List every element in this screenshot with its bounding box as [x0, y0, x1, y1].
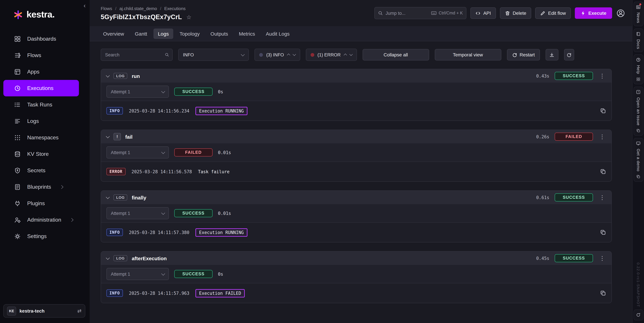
sidebar-item-label: Executions	[27, 85, 54, 91]
tab-audit-logs[interactable]: Audit Logs	[262, 28, 294, 39]
restart-icon	[512, 52, 517, 57]
news-panel-button[interactable]: News	[634, 2, 643, 26]
task-card-header[interactable]: ! fail 0.26s FAILED ⋮	[101, 130, 612, 143]
attempt-select[interactable]: Attempt 1	[106, 268, 169, 280]
log-level-badge: INFO	[106, 290, 123, 297]
attempt-select[interactable]: Attempt 1	[106, 86, 169, 98]
tab-topology[interactable]: Topology	[175, 28, 204, 39]
breadcrumb-executions[interactable]: Executions	[164, 6, 186, 11]
attempt-duration: 0s	[218, 89, 223, 94]
attempt-state-badge: SUCCESS	[174, 209, 212, 217]
copy-icon[interactable]	[600, 290, 606, 296]
sidebar-item-secrets[interactable]: Secrets	[0, 162, 90, 178]
sidebar-item-label: Secrets	[27, 168, 46, 174]
error-count-filter[interactable]: (1) ERROR	[306, 49, 357, 61]
tab-logs[interactable]: Logs	[154, 28, 173, 39]
task-card-run: LOG run 0.43s SUCCESS ⋮ Attempt 1 SUCCES…	[101, 69, 612, 121]
api-button[interactable]: API	[470, 8, 496, 19]
help-panel-button[interactable]: Help	[634, 54, 643, 84]
attempt-row: Attempt 1 SUCCESS 0s	[101, 265, 612, 284]
tab-gantt[interactable]: Gantt	[130, 28, 152, 39]
temporal-view-label: Temporal view	[453, 52, 483, 58]
task-card-header[interactable]: LOG finally 0.61s SUCCESS ⋮	[101, 191, 612, 204]
log-row: INFO 2025-03-28 14:11:57.963 Execution F…	[101, 284, 612, 303]
kestra-logo[interactable]: kestra.	[0, 0, 90, 26]
sidebar-item-label: Logs	[27, 118, 39, 124]
keyboard-shortcut: Ctrl/Cmd + K	[431, 11, 463, 16]
docs-panel-button[interactable]: Docs	[634, 28, 643, 52]
kv-store-icon	[14, 150, 21, 157]
sidebar-item-settings[interactable]: Settings	[0, 228, 90, 244]
execute-button[interactable]: Execute	[575, 8, 612, 19]
task-card-fail: ! fail 0.26s FAILED ⋮ Attempt 1 FAILED 0…	[101, 130, 612, 182]
log-search-box	[101, 49, 172, 61]
sidebar-item-label: Settings	[27, 233, 47, 239]
attempt-row: Attempt 1 SUCCESS 0.01s	[101, 204, 612, 222]
info-dot-icon	[259, 53, 263, 56]
copy-icon[interactable]	[600, 229, 606, 235]
sidebar-item-logs[interactable]: Logs	[0, 113, 90, 129]
edit-flow-button-label: Edit flow	[548, 10, 566, 16]
sidebar-item-task-runs[interactable]: Task Runs	[0, 96, 90, 113]
sidebar-item-plugins[interactable]: Plugins	[0, 195, 90, 212]
log-row: INFO 2025-03-28 14:11:57.380 Execution R…	[101, 222, 612, 242]
attempt-select[interactable]: Attempt 1	[106, 146, 169, 158]
breadcrumb-flows[interactable]: Flows	[101, 6, 112, 11]
sidebar-item-flows[interactable]: Flows	[0, 47, 90, 64]
sidebar-collapse-icon[interactable]: ‹	[84, 3, 86, 9]
filter-bar: INFO (3) INFO (1) ERROR Collapse all	[101, 49, 612, 61]
version-label: 0.22.0-rc1-SNAPSHOT	[636, 263, 640, 307]
kebab-menu-icon[interactable]: ⋮	[598, 194, 606, 200]
sidebar-item-administration[interactable]: Administration	[0, 212, 90, 228]
sidebar-item-label: KV Store	[27, 151, 49, 157]
logs-content: INFO (3) INFO (1) ERROR Collapse all	[90, 41, 632, 303]
open-issue-button[interactable]: Open an issue	[634, 87, 643, 136]
tenant-switcher[interactable]: KE kestra-tech ⇄	[3, 304, 85, 318]
docs-label: Docs	[636, 39, 641, 49]
download-logs-button[interactable]	[546, 49, 558, 60]
refresh-logs-button[interactable]	[564, 49, 574, 60]
chevron-down-icon	[161, 211, 165, 215]
news-icon	[636, 5, 641, 10]
kestra-app: ‹ kestra. Dashboards Flows A	[0, 0, 644, 323]
temporal-view-button[interactable]: Temporal view	[435, 49, 501, 60]
edit-flow-button[interactable]: Edit flow	[536, 8, 571, 19]
sidebar-item-dashboards[interactable]: Dashboards	[0, 30, 90, 47]
sidebar-item-apps[interactable]: Apps	[0, 64, 90, 80]
right-rail: News Docs Help Open an issue Get a demo …	[632, 0, 644, 323]
user-avatar[interactable]	[616, 8, 625, 18]
info-count-filter[interactable]: (3) INFO	[254, 49, 300, 61]
kebab-menu-icon[interactable]: ⋮	[598, 73, 606, 79]
copy-icon[interactable]	[600, 108, 606, 114]
collapse-all-button[interactable]: Collapse all	[362, 49, 429, 60]
sidebar-item-blueprints[interactable]: Blueprints	[0, 178, 90, 195]
sidebar-item-label: Apps	[27, 69, 40, 75]
log-level-select[interactable]: INFO	[178, 49, 249, 61]
restart-button[interactable]: Restart	[507, 49, 540, 60]
sidebar-item-executions[interactable]: Executions	[3, 80, 79, 96]
task-card-header[interactable]: LOG run 0.43s SUCCESS ⋮	[101, 69, 612, 82]
sync-status-button[interactable]	[634, 310, 643, 320]
sidebar-item-namespaces[interactable]: Namespaces	[0, 129, 90, 146]
tab-overview[interactable]: Overview	[99, 28, 128, 39]
favorite-star-icon[interactable]: ☆	[186, 14, 192, 20]
docs-icon	[636, 32, 641, 36]
tab-outputs[interactable]: Outputs	[206, 28, 232, 39]
open-issue-label: Open an issue	[636, 97, 641, 126]
jump-to-search[interactable]: Jump to... Ctrl/Cmd + K	[374, 7, 466, 19]
attempt-select[interactable]: Attempt 1	[106, 207, 169, 219]
kebab-menu-icon[interactable]: ⋮	[598, 255, 606, 261]
administration-icon	[14, 216, 21, 223]
search-input[interactable]	[104, 52, 162, 58]
kebab-menu-icon[interactable]: ⋮	[598, 134, 606, 140]
tab-metrics[interactable]: Metrics	[234, 28, 260, 39]
get-demo-button[interactable]: Get a demo	[634, 138, 643, 182]
breadcrumb-namespace[interactable]: aj.child.state_demo	[119, 6, 157, 11]
chevron-down-icon	[241, 52, 245, 56]
copy-icon[interactable]	[600, 168, 606, 174]
delete-button[interactable]: Delete	[500, 8, 531, 19]
sidebar-item-kv-store[interactable]: KV Store	[0, 146, 90, 162]
log-timestamp: 2025-03-28 14:11:56.234	[129, 108, 189, 113]
task-card-header[interactable]: LOG afterExecution 0.45s SUCCESS ⋮	[101, 252, 612, 265]
sidebar-item-label: Dashboards	[27, 36, 56, 42]
